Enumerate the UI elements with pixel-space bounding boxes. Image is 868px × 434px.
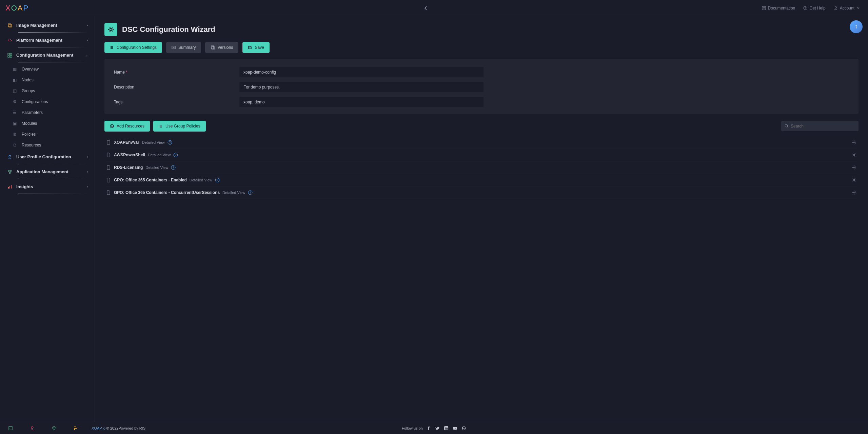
- sidebar-sub-parameters[interactable]: ☰Parameters: [3, 107, 92, 118]
- chevron-right-icon: ›: [87, 170, 88, 174]
- sidebar-item-image-management[interactable]: Image Management ›: [3, 19, 92, 31]
- documentation-link[interactable]: Documentation: [762, 6, 795, 11]
- footer-icon-4[interactable]: [73, 426, 78, 431]
- search-input[interactable]: [791, 124, 855, 129]
- user-icon: [834, 6, 838, 10]
- layers-icon: [7, 23, 13, 28]
- sidebar-item-label: Platform Management: [16, 38, 62, 43]
- resource-row[interactable]: GPO: Office 365 Containers - Enabled Det…: [104, 174, 859, 186]
- node-icon: ◧: [13, 78, 18, 82]
- summary-button[interactable]: Summary: [166, 42, 201, 53]
- config-settings-button[interactable]: Configuration Settings: [104, 42, 162, 53]
- footer-icon-1[interactable]: [8, 426, 13, 431]
- get-help-link[interactable]: ? Get Help: [803, 6, 825, 11]
- detailed-view-link[interactable]: Detailed View: [222, 191, 245, 195]
- resource-name: GPO: Office 365 Containers - Enabled: [114, 178, 187, 182]
- sidebar-sub-label: Nodes: [22, 78, 34, 82]
- config-settings-label: Configuration Settings: [117, 45, 157, 50]
- chevron-down-icon: ⌄: [85, 53, 88, 57]
- logo[interactable]: XOAP: [5, 4, 29, 13]
- help-circle-icon[interactable]: ?: [248, 190, 253, 195]
- plus-circle-icon: [110, 124, 114, 128]
- footer-link[interactable]: XOAP.io: [92, 426, 105, 430]
- detailed-view-link[interactable]: Detailed View: [145, 165, 168, 170]
- sidebar-item-application-management[interactable]: Application Management ›: [3, 166, 92, 178]
- sidebar-sub-modules[interactable]: ▣Modules: [3, 118, 92, 129]
- gear-icon[interactable]: [852, 190, 856, 195]
- use-group-policies-button[interactable]: Use Group Policies: [153, 121, 206, 132]
- versions-icon: [211, 45, 215, 50]
- follow-label: Follow us on: [402, 426, 423, 430]
- account-menu[interactable]: Account: [834, 6, 860, 11]
- add-resources-button[interactable]: Add Resources: [104, 121, 150, 132]
- svg-rect-9: [10, 53, 12, 55]
- sidebar-sub-label: Modules: [22, 121, 37, 126]
- help-circle-icon[interactable]: ?: [173, 153, 178, 157]
- tags-input[interactable]: [239, 97, 484, 107]
- youtube-icon[interactable]: [453, 426, 457, 431]
- sidebar-sub-groups[interactable]: ◫Groups: [3, 85, 92, 96]
- svg-rect-8: [8, 53, 9, 55]
- gear-icon[interactable]: [852, 178, 856, 182]
- svg-point-56: [853, 192, 855, 193]
- name-label: Name *: [114, 70, 239, 75]
- gear-icon[interactable]: [852, 153, 856, 157]
- svg-text:?: ?: [805, 7, 806, 10]
- help-circle-icon[interactable]: ?: [171, 165, 176, 170]
- info-icon: [853, 24, 859, 29]
- sidebar-sub-label: Overview: [22, 67, 39, 72]
- cloud-icon: [7, 38, 13, 43]
- sidebar-collapse-button[interactable]: [420, 3, 431, 14]
- list-icon: [110, 45, 114, 50]
- gear-icon[interactable]: [852, 140, 856, 145]
- file-icon: [106, 165, 111, 170]
- sidebar-sub-policies[interactable]: 🗎Policies: [3, 129, 92, 140]
- description-label: Description: [114, 85, 239, 90]
- resource-row[interactable]: GPO: Office 365 Containers - ConcurrentU…: [104, 186, 859, 199]
- help-circle-icon[interactable]: ?: [215, 178, 220, 182]
- svg-rect-6: [8, 24, 11, 26]
- help-circle-icon[interactable]: ?: [167, 140, 172, 145]
- gear-icon[interactable]: [852, 165, 856, 170]
- sidebar-item-user-profile[interactable]: User Profile Configuration ›: [3, 151, 92, 163]
- sidebar-sub-resources[interactable]: 🗋Resources: [3, 140, 92, 151]
- resource-row[interactable]: XOAPEnvVar Detailed View ?: [104, 136, 859, 149]
- sidebar-sub-nodes[interactable]: ◧Nodes: [3, 75, 92, 85]
- chevron-right-icon: ›: [87, 38, 88, 42]
- resource-row[interactable]: AWSPowerShell Detailed View ?: [104, 149, 859, 161]
- sidebar-item-insights[interactable]: Insights ›: [3, 181, 92, 193]
- detailed-view-link[interactable]: Detailed View: [142, 140, 165, 144]
- resource-name: GPO: Office 365 Containers - ConcurrentU…: [114, 190, 220, 195]
- svg-point-66: [445, 427, 446, 427]
- linkedin-icon[interactable]: [444, 426, 449, 431]
- name-input[interactable]: [239, 67, 484, 77]
- svg-text:?: ?: [173, 166, 174, 169]
- sidebar-sub-configurations[interactable]: ⚙Configurations: [3, 96, 92, 107]
- footer-icon-2[interactable]: [30, 426, 35, 431]
- toolbar: Configuration Settings Summary Versions …: [104, 42, 859, 53]
- save-button[interactable]: Save: [242, 42, 269, 53]
- twitter-icon[interactable]: [435, 426, 440, 431]
- search-box[interactable]: [781, 121, 859, 131]
- sliders-icon: ☰: [13, 110, 18, 115]
- versions-button[interactable]: Versions: [205, 42, 238, 53]
- sidebar-sub-overview[interactable]: ▦Overview: [3, 64, 92, 75]
- resource-name: RDS-Licensing: [114, 165, 143, 170]
- svg-rect-17: [9, 186, 10, 189]
- info-fab-button[interactable]: [850, 20, 863, 33]
- facebook-icon[interactable]: [426, 426, 431, 431]
- sidebar-sub-label: Parameters: [22, 110, 43, 115]
- detailed-view-link[interactable]: Detailed View: [148, 153, 171, 157]
- app-icon: [7, 170, 13, 174]
- svg-point-40: [785, 124, 788, 127]
- resource-row[interactable]: RDS-Licensing Detailed View ?: [104, 161, 859, 174]
- sidebar-item-label: User Profile Configuration: [16, 154, 71, 159]
- detailed-view-link[interactable]: Detailed View: [190, 178, 212, 182]
- footer-icon-3[interactable]: [52, 426, 56, 431]
- sidebar-item-configuration-management[interactable]: Configuration Management ⌄: [3, 49, 92, 61]
- description-input[interactable]: [239, 82, 484, 92]
- github-icon[interactable]: [461, 426, 466, 431]
- sidebar-item-platform-management[interactable]: Platform Management ›: [3, 34, 92, 46]
- svg-point-39: [159, 127, 159, 127]
- resource-name: XOAPEnvVar: [114, 140, 139, 145]
